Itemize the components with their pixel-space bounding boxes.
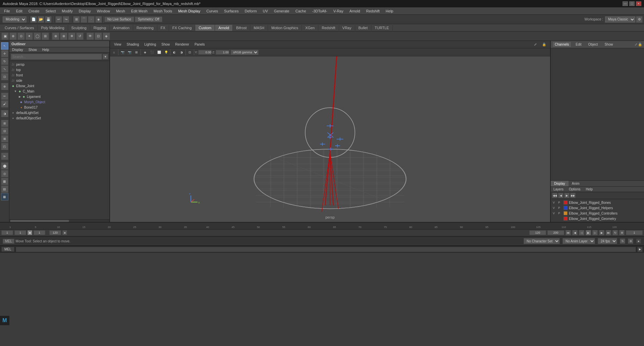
grid2-btn[interactable]: ⊟ (1, 127, 8, 135)
render5-btn[interactable]: ▩ (1, 193, 8, 200)
vp-menu-view[interactable]: View (111, 42, 124, 47)
outliner-show-menu[interactable]: Show (26, 47, 40, 52)
playback-end[interactable] (547, 230, 564, 235)
frame-type-btn[interactable]: ■ (28, 230, 32, 235)
select-mode-btn[interactable]: ▣ (1, 33, 9, 40)
tab-mash[interactable]: MASH (250, 25, 268, 31)
tree-item-side[interactable]: 🎥 side (9, 78, 109, 83)
edit-tab[interactable]: Edit (574, 42, 583, 47)
tab-vray[interactable]: VRay (339, 25, 355, 31)
undo-btn[interactable]: ↩ (55, 16, 62, 23)
tree-item-lightset[interactable]: ● defaultLightSet (9, 110, 109, 115)
isolate-btn[interactable]: ⊡ (95, 33, 102, 40)
layer-name-helpers[interactable]: Elbow_Joint_Rigged_Helpers (569, 206, 642, 210)
show-tab[interactable]: Show (602, 42, 615, 47)
display-tab[interactable]: Display (551, 181, 569, 186)
scale-tool-btn[interactable]: ⤡ (1, 65, 8, 73)
menu-uv[interactable]: UV (260, 8, 271, 14)
da-options-btn[interactable]: Options (566, 187, 583, 192)
vp-menu-renderer[interactable]: Renderer (172, 42, 192, 47)
menu-window[interactable]: Window (94, 8, 113, 14)
tree-item-morph[interactable]: ◆ Morph_Object (9, 99, 109, 105)
tree-item-ligament[interactable]: ▶ ◆ Ligament (9, 94, 109, 99)
lasso-btn[interactable]: ⊕ (9, 33, 17, 40)
vp-wireframe-btn[interactable]: ◈ (142, 49, 148, 56)
menu-surfaces[interactable]: Surfaces (221, 8, 241, 14)
template-btn[interactable]: ◈ (103, 33, 110, 40)
vp-solid-btn[interactable]: ⬛ (149, 49, 155, 56)
ch-expand-btn[interactable]: ⤢ (635, 43, 637, 46)
vp-cam2-btn[interactable]: 📷 (126, 49, 133, 56)
range-end-input[interactable] (49, 230, 61, 235)
menu-redshift[interactable]: Redshift (364, 8, 382, 14)
vp-gamma-input[interactable] (216, 50, 229, 55)
menu-mesh-display[interactable]: Mesh Display (175, 8, 203, 14)
tab-sculpting[interactable]: Sculpting (68, 25, 90, 31)
menu-create[interactable]: Create (26, 8, 42, 14)
vp-texture-btn[interactable]: ⬜ (156, 49, 162, 56)
symmetry-button[interactable]: Symmetry: Off (135, 16, 162, 22)
new-scene-btn[interactable]: 📄 (30, 16, 37, 23)
symmetry-ico-btn[interactable]: ⊞ (42, 33, 49, 40)
frame-input-3[interactable] (34, 230, 45, 235)
menu-file[interactable]: File (1, 8, 13, 14)
grid3-btn[interactable]: ⊠ (1, 135, 8, 142)
mode-dropdown[interactable]: Modeling (3, 16, 26, 22)
open-btn[interactable]: 📂 (38, 16, 44, 23)
tab-motion-graphics[interactable]: Motion Graphics (268, 25, 302, 31)
snap-to-btn[interactable]: ⊳ (1, 153, 8, 160)
render-btn[interactable]: ⬤ (1, 162, 8, 170)
menu-display[interactable]: Display (76, 8, 94, 14)
menu-deform[interactable]: Deform (242, 8, 259, 14)
frame-start-input[interactable] (1, 230, 13, 235)
loop-btn[interactable]: ↻ (612, 230, 618, 235)
menu-modify[interactable]: Modify (59, 8, 75, 14)
status-settings-btn[interactable]: ⚙ (628, 238, 633, 244)
menu-generate[interactable]: Generate (271, 8, 292, 14)
workspace-dropdown[interactable]: Maya Classic (605, 16, 635, 22)
menu-mesh[interactable]: Mesh (113, 8, 128, 14)
tree-item-front[interactable]: 🎥 front (9, 72, 109, 78)
channels-tab[interactable]: Channels (553, 42, 571, 47)
tab-poly-modeling[interactable]: Poly Modeling (38, 25, 68, 31)
da-layers-btn[interactable]: Layers (551, 187, 566, 192)
vp-light-btn[interactable]: 💡 (163, 49, 169, 56)
vp-cam-btn[interactable]: 📷 (119, 49, 126, 56)
playback-start[interactable] (529, 230, 546, 235)
step-back-btn[interactable]: ◀ (572, 230, 578, 235)
last-tool-btn[interactable]: ⊡ (1, 73, 8, 80)
snap-point-btn[interactable]: · (88, 16, 95, 23)
move-tool-btn[interactable]: ✛ (1, 50, 8, 57)
tree-item-objectset[interactable]: ● defaultObjectSet (9, 115, 109, 121)
cmd-type-btn[interactable]: MEL (1, 247, 14, 252)
show-hide-btn[interactable]: 👁 (87, 33, 94, 40)
tab-animation[interactable]: Animation (110, 25, 133, 31)
step-fwd-btn[interactable]: ▷ (592, 230, 598, 235)
center-pivot-btn[interactable]: ⊗ (60, 33, 67, 40)
vp-menu-lighting[interactable]: Lighting (142, 42, 159, 47)
menu-cache[interactable]: Cache (293, 8, 309, 14)
tab-fx-caching[interactable]: FX Caching (169, 25, 195, 31)
select-tool-btn[interactable]: ↖ (1, 42, 8, 50)
layer-name-geo[interactable]: Elbow_Joint_Rigged_Geometry (569, 217, 642, 221)
vp-menu-panels[interactable]: Panels (192, 42, 208, 47)
rotate-tool-btn[interactable]: ↻ (1, 58, 8, 65)
menu-help[interactable]: Help (383, 8, 396, 14)
layer-p-bones[interactable]: P (558, 201, 562, 204)
vp-menu-show[interactable]: Show (159, 42, 172, 47)
sculpt-btn[interactable]: ◑ (1, 110, 8, 117)
tree-item-bone017[interactable]: ◂ Bone017 (9, 105, 109, 110)
layer-p-ctrl[interactable]: P (558, 212, 562, 215)
lasso-tool-btn[interactable]: ✏ (1, 93, 8, 100)
tab-bifrost[interactable]: Bifrost (233, 25, 250, 31)
vp-layout-btn[interactable]: ⊞ (133, 49, 140, 56)
paint-btn[interactable]: ⊙ (17, 33, 25, 40)
menu-select[interactable]: Select (43, 8, 59, 14)
menu-vray[interactable]: V-Ray (331, 8, 346, 14)
tab-custom[interactable]: Custom (195, 25, 215, 31)
grid4-btn[interactable]: ◰ (1, 143, 8, 150)
layer-name-bones[interactable]: Elbow_Joint_Rigged_Bones (569, 201, 642, 205)
skip-end-btn[interactable]: ⏭ (606, 230, 611, 235)
menu-mesh-tools[interactable]: Mesh Tools (151, 8, 175, 14)
tab-fx[interactable]: FX (157, 25, 169, 31)
